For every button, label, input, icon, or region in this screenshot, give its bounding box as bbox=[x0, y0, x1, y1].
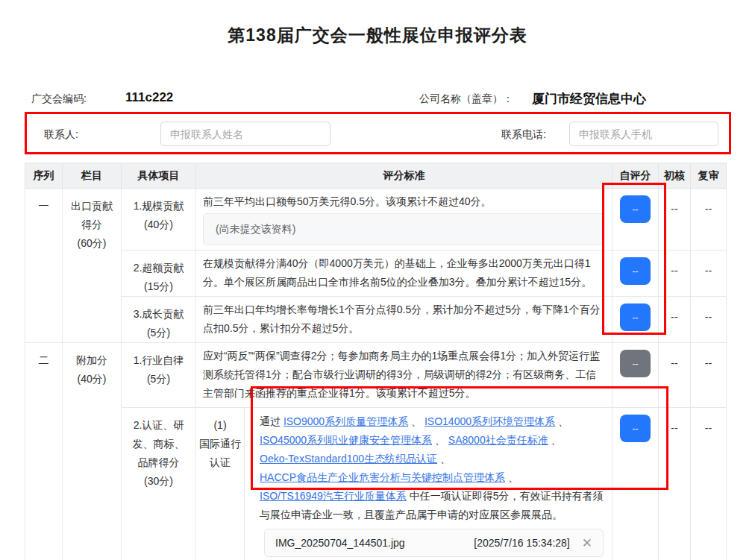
company-name-label: 公司名称（盖章）： bbox=[419, 92, 513, 106]
self-score-button[interactable]: -- bbox=[620, 415, 651, 442]
criteria-text-segment: 、 bbox=[548, 434, 562, 446]
fair-code-value: 111c222 bbox=[125, 90, 173, 105]
certification-link[interactable]: HACCP食品生产企业危害分析与关键控制点管理体系 bbox=[260, 471, 505, 483]
criteria-cell: 在规模贡献得分满40分（即4000万美元）的基础上，企业每多出2000万美元出口… bbox=[196, 251, 613, 297]
table-row: 一 出口贡献 得分 (60分) 1.规模贡献 (40分) 前三年平均出口额每50… bbox=[25, 189, 727, 251]
criteria-text-segment: 通过 bbox=[260, 415, 283, 427]
scoring-table: 序列 栏目 具体项目 评分标准 自评分 初核 复审 一 出口贡献 得分 (60分… bbox=[25, 163, 727, 560]
certification-link[interactable]: ISO9000系列质量管理体系 bbox=[283, 415, 408, 427]
header-info-row: 广交会编码: 111c222 公司名称（盖章）： 厦门市经贸信息中心 bbox=[0, 89, 755, 107]
certification-link[interactable]: Oeko-TexStandard100生态纺织品认证 bbox=[260, 453, 437, 465]
initial-review-cell: -- bbox=[659, 343, 691, 408]
item-cell: 2.认证、研 发、商标、 品牌得分 (30分) bbox=[122, 408, 196, 560]
contact-row-highlight-rect: 联系人: 联系电话: bbox=[25, 112, 731, 154]
fair-code-label: 广交会编码: bbox=[31, 92, 87, 106]
table-row: 3.成长贡献 (5分) 前三年出口年均增长率每增长1个百分点得0.5分，累计加分… bbox=[25, 297, 727, 343]
header-category: 栏目 bbox=[63, 163, 122, 189]
item-cell: 1.规模贡献 (40分) bbox=[122, 189, 196, 251]
header-self-score: 自评分 bbox=[613, 163, 659, 189]
final-review-cell: -- bbox=[691, 408, 727, 560]
criteria-text-segment: 、 bbox=[432, 434, 448, 446]
page-title: 第138届广交会一般性展位申报评分表 bbox=[0, 24, 755, 47]
final-review-cell: -- bbox=[691, 297, 727, 343]
final-review-cell: -- bbox=[691, 189, 727, 251]
certification-link[interactable]: ISO14000系列环境管理体系 bbox=[425, 415, 555, 427]
attachment-chip: IMG_20250704_144501.jpg [2025/7/16 15:34… bbox=[264, 529, 604, 557]
header-final-review: 复审 bbox=[691, 163, 727, 189]
self-score-button-disabled[interactable]: -- bbox=[620, 350, 651, 377]
criteria-text-segment: 、 bbox=[555, 415, 568, 427]
self-score-button[interactable]: -- bbox=[620, 303, 651, 331]
self-score-cell: -- bbox=[613, 343, 659, 408]
header-seq: 序列 bbox=[25, 163, 63, 189]
header-initial-review: 初核 bbox=[659, 163, 691, 189]
item-cell: 1.行业自律 (5分) bbox=[122, 343, 196, 408]
criteria-text-segment: 、 bbox=[437, 453, 451, 465]
attachment-list: IMG_20250704_144501.jpg [2025/7/16 15:34… bbox=[260, 529, 604, 560]
criteria-cell: 前三年平均出口额每50万美元得0.5分。该项累计不超过40分。 (尚未提交该资料… bbox=[196, 189, 613, 251]
scoring-form-page: 第138届广交会一般性展位申报评分表 广交会编码: 111c222 公司名称（盖… bbox=[0, 0, 755, 560]
category-cell: 出口贡献 得分 (60分) bbox=[63, 189, 122, 343]
self-score-cell: -- bbox=[613, 408, 659, 560]
initial-review-cell: -- bbox=[659, 251, 691, 297]
category-cell: 附加分 (40分) bbox=[63, 343, 122, 560]
table-row: 2.认证、研 发、商标、 品牌得分 (30分) (1) 国际通行 认证 通过 I… bbox=[25, 408, 727, 560]
no-data-notice: (尚未提交该资料) bbox=[203, 213, 604, 245]
attachment-timestamp: [2025/7/16 15:34:28] bbox=[474, 534, 569, 553]
criteria-cell: 前三年出口年均增长率每增长1个百分点得0.5分，累计加分不超过5分，每下降1个百… bbox=[196, 297, 613, 343]
self-score-button[interactable]: -- bbox=[620, 195, 651, 223]
criteria-cell: 通过 ISO9000系列质量管理体系 、 ISO14000系列环境管理体系 、I… bbox=[245, 408, 613, 560]
header-item: 具体项目 bbox=[122, 163, 196, 189]
final-review-cell: -- bbox=[691, 251, 727, 297]
criteria-cell: 应对“两反”“两保”调查得2分；每参加商务局主办的1场重点展会得1分；加入外贸运… bbox=[196, 343, 613, 408]
criteria-text-segment: 、 bbox=[408, 415, 425, 427]
table-row: 2.超额贡献 (15分) 在规模贡献得分满40分（即4000万美元）的基础上，企… bbox=[25, 251, 727, 297]
seq-cell: 二 bbox=[25, 343, 63, 560]
seq-cell: 一 bbox=[25, 189, 63, 343]
final-review-cell: -- bbox=[691, 343, 727, 408]
self-score-button[interactable]: -- bbox=[620, 257, 651, 285]
certification-link[interactable]: ISO/TS16949汽车行业质量体系 bbox=[260, 490, 407, 502]
company-name-value: 厦门市经贸信息中心 bbox=[532, 90, 646, 107]
contact-person-input[interactable] bbox=[160, 122, 330, 146]
certification-link[interactable]: SA8000社会责任标准 bbox=[448, 434, 548, 446]
header-criteria: 评分标准 bbox=[196, 163, 613, 189]
certification-link[interactable]: ISO45000系列职业健康安全管理体系 bbox=[260, 434, 432, 446]
contact-phone-label: 联系电话: bbox=[501, 128, 546, 142]
self-score-cell: -- bbox=[613, 251, 659, 297]
criteria-text-segment: 、 bbox=[505, 471, 519, 483]
attachment-filename: IMG_20250704_144501.jpg bbox=[275, 534, 405, 553]
contact-person-label: 联系人: bbox=[44, 128, 78, 142]
item-cell: 3.成长贡献 (5分) bbox=[122, 297, 196, 343]
initial-review-cell: -- bbox=[659, 189, 691, 251]
self-score-cell: -- bbox=[613, 189, 659, 251]
sub-item-cell: (1) 国际通行 认证 bbox=[196, 408, 245, 560]
table-header-row: 序列 栏目 具体项目 评分标准 自评分 初核 复审 bbox=[25, 163, 727, 189]
table-row: 二 附加分 (40分) 1.行业自律 (5分) 应对“两反”“两保”调查得2分；… bbox=[25, 343, 727, 408]
self-score-cell: -- bbox=[613, 297, 659, 343]
initial-review-cell: -- bbox=[659, 408, 691, 560]
certification-criteria-text: 通过 ISO9000系列质量管理体系 、 ISO14000系列环境管理体系 、I… bbox=[260, 412, 604, 524]
contact-phone-input[interactable] bbox=[569, 122, 718, 146]
initial-review-cell: -- bbox=[659, 297, 691, 343]
item-cell: 2.超额贡献 (15分) bbox=[122, 251, 196, 297]
criteria-text: 前三年平均出口额每50万美元得0.5分。该项累计不超过40分。 bbox=[203, 195, 492, 207]
close-icon[interactable]: ✕ bbox=[582, 537, 592, 550]
